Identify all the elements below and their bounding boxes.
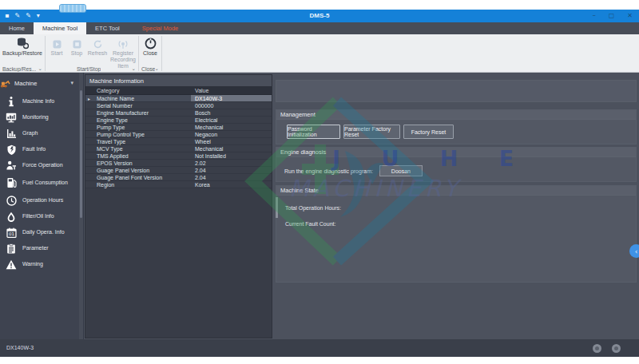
tab-machine-tool[interactable]: Machine Tool bbox=[34, 22, 86, 34]
tab-home[interactable]: Home bbox=[0, 22, 34, 34]
fuel-pump-icon bbox=[6, 177, 17, 188]
parameter-factory-reset-button[interactable]: Parameter Factory Reset bbox=[343, 125, 400, 139]
table-row[interactable]: Guage Panel Font Version 2.04 bbox=[85, 174, 272, 181]
table-row[interactable]: ▸ Machine Name DX140W-3 bbox=[85, 95, 272, 102]
sidebar-item-force-operation[interactable]: Force Operation bbox=[0, 157, 80, 173]
cell-category[interactable]: Pump Control Type bbox=[85, 131, 191, 137]
panel-collapse-button[interactable]: ‹ bbox=[629, 244, 639, 258]
group-footer-startstop[interactable]: Start/Stop ⌄ bbox=[46, 65, 138, 72]
cell-value[interactable]: Korea bbox=[191, 181, 272, 188]
cell-value[interactable]: Mechanical bbox=[191, 145, 272, 152]
stop-button[interactable]: Stop bbox=[67, 36, 86, 57]
sidebar-item-fault-info[interactable]: Fault Info bbox=[0, 141, 80, 157]
cell-category[interactable]: Guage Panel Font Version bbox=[85, 174, 191, 180]
cell-category[interactable]: MCV Type bbox=[85, 145, 191, 152]
excavator-icon bbox=[0, 77, 11, 89]
close-tool-button[interactable]: Close bbox=[140, 36, 161, 57]
cell-value[interactable]: Electrical bbox=[191, 117, 272, 123]
cell-value[interactable]: Negacon bbox=[191, 131, 272, 137]
table-row[interactable]: Pump Type Mechanical bbox=[85, 124, 272, 131]
ribbon-toolbar: Backup/Restore Backup/Res... ⌄ Start Sto… bbox=[0, 34, 639, 73]
table-row[interactable]: Serial Number 000000 bbox=[85, 102, 272, 109]
password-initialization-button[interactable]: Password Initialization bbox=[287, 125, 340, 139]
ribbon-group-close: Close Close ⌄ bbox=[139, 34, 161, 73]
panel-scrollbar-thumb[interactable] bbox=[276, 197, 278, 218]
minimize-button[interactable]: – bbox=[593, 11, 596, 21]
cell-category[interactable]: Engine Type bbox=[85, 117, 191, 123]
calendar-icon: 01 bbox=[6, 227, 17, 238]
sidebar-item-daily-operation-info[interactable]: 01 Daily Opera. Info bbox=[0, 224, 80, 240]
chevron-left-icon: ‹ bbox=[635, 247, 638, 255]
cell-category[interactable]: Engine Manufacturer bbox=[85, 109, 191, 116]
cell-category[interactable]: Guage Panel Version bbox=[85, 167, 191, 173]
cell-value[interactable]: Wheel bbox=[191, 138, 272, 144]
cell-value[interactable]: 2.04 bbox=[191, 174, 272, 180]
table-row[interactable]: Region Korea bbox=[85, 181, 272, 188]
total-operation-hours-label: Total Operation Hours: bbox=[285, 205, 341, 211]
sidebar-item-monitoring[interactable]: Monitoring bbox=[0, 109, 80, 125]
monitor-icon bbox=[6, 112, 17, 123]
machine-information-panel: Machine Information Category Value ▸ Mac… bbox=[85, 74, 272, 338]
cell-category[interactable]: Machine Name bbox=[85, 95, 191, 101]
sidebar-item-filter-oil-info[interactable]: Filter/Oil Info bbox=[0, 208, 80, 224]
cell-value[interactable]: DX140W-3 bbox=[191, 95, 272, 101]
table-row[interactable]: EPOS Version 2.02 bbox=[85, 160, 272, 167]
table-row[interactable]: Travel Type Wheel bbox=[85, 138, 272, 145]
clipboard-icon bbox=[6, 243, 17, 254]
tab-etc-tool[interactable]: ETC Tool bbox=[86, 22, 129, 34]
factory-reset-button[interactable]: Factory Reset bbox=[403, 125, 454, 139]
cell-value[interactable]: 000000 bbox=[191, 102, 272, 109]
status-indicator-icon[interactable] bbox=[612, 344, 621, 353]
oil-drop-icon bbox=[6, 211, 17, 222]
sidebar-item-parameter[interactable]: Parameter bbox=[0, 240, 80, 256]
sidebar-item-warning[interactable]: Warning bbox=[0, 256, 80, 272]
cell-category[interactable]: Travel Type bbox=[85, 138, 191, 144]
group-footer-close[interactable]: Close ⌄ bbox=[139, 65, 161, 72]
detail-panel: Management Password Initialization Param… bbox=[273, 73, 639, 339]
group-footer-backup[interactable]: Backup/Res... ⌄ bbox=[0, 65, 45, 72]
sidebar-item-label: Parameter bbox=[22, 245, 49, 251]
cell-category[interactable]: Serial Number bbox=[85, 102, 191, 109]
sidebar-item-fuel-consumption[interactable]: Fuel Consumption bbox=[0, 173, 80, 192]
sidebar-scrollbar-thumb[interactable] bbox=[80, 90, 82, 218]
cell-category[interactable]: Region bbox=[85, 181, 191, 188]
maximize-button[interactable]: ▢ bbox=[609, 11, 615, 21]
table-row[interactable]: Pump Control Type Negacon bbox=[85, 131, 272, 138]
table-row[interactable]: MCV Type Mechanical bbox=[85, 145, 272, 152]
sidebar-item-label: Machine Info bbox=[22, 98, 54, 105]
cell-value[interactable]: Not Installed bbox=[191, 152, 272, 159]
sidebar-scrollbar[interactable] bbox=[79, 73, 83, 339]
doosan-diagnostic-button[interactable]: Doosan bbox=[379, 165, 423, 176]
start-button[interactable]: Start bbox=[47, 36, 66, 57]
bar-chart-icon bbox=[6, 128, 17, 139]
table-row[interactable]: Engine Manufacturer Bosch bbox=[85, 109, 272, 117]
cell-value[interactable]: 2.02 bbox=[191, 160, 272, 166]
table-row[interactable]: Guage Panel Version 2.04 bbox=[85, 167, 272, 174]
management-title: Management bbox=[276, 110, 636, 120]
sidebar-item-machine-info[interactable]: Machine Info bbox=[0, 93, 80, 109]
table-row[interactable]: TMS Applied Not Installed bbox=[85, 152, 272, 160]
register-recording-item-button[interactable]: Register Recording Item bbox=[109, 36, 137, 69]
sidebar-item-operation-hours[interactable]: Operation Hours bbox=[0, 192, 80, 208]
sidebar-machine-dropdown[interactable]: Machine ▾ bbox=[0, 76, 80, 90]
backup-restore-icon bbox=[16, 36, 29, 49]
table-row[interactable]: Engine Type Electrical bbox=[85, 117, 272, 124]
refresh-icon bbox=[93, 36, 103, 49]
cell-value[interactable]: Bosch bbox=[191, 109, 272, 116]
column-header-category[interactable]: Category bbox=[85, 88, 191, 93]
status-connection-icon[interactable] bbox=[593, 344, 601, 353]
backup-restore-button[interactable]: Backup/Restore bbox=[2, 36, 42, 57]
refresh-button[interactable]: Refresh bbox=[87, 36, 108, 57]
cell-category[interactable]: TMS Applied bbox=[85, 152, 191, 159]
cell-category[interactable]: EPOS Version bbox=[85, 160, 191, 166]
cell-category[interactable]: Pump Type bbox=[85, 124, 191, 130]
column-header-value[interactable]: Value bbox=[191, 88, 272, 93]
sidebar-item-label: Warning bbox=[22, 261, 43, 267]
sidebar-item-graph[interactable]: Graph bbox=[0, 125, 80, 141]
cell-value[interactable]: Mechanical bbox=[191, 124, 272, 130]
ribbon-group-startstop: Start Stop Refresh Register Recording It… bbox=[46, 34, 138, 73]
close-window-button[interactable]: ✕ bbox=[627, 11, 633, 21]
title-bar: ▪ ✎ ✎ ▾ DMS-5 – ▢ ✕ bbox=[0, 10, 639, 22]
tab-special-mode[interactable]: Special Mode bbox=[133, 22, 187, 34]
cell-value[interactable]: 2.04 bbox=[191, 167, 272, 173]
